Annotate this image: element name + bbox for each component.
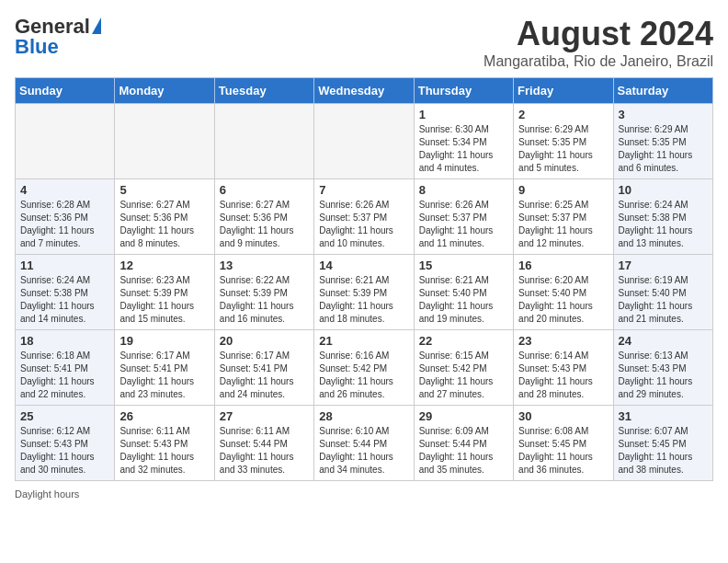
day-number: 29 <box>419 409 508 423</box>
calendar-week-5: 25Sunrise: 6:12 AMSunset: 5:43 PMDayligh… <box>16 406 713 481</box>
calendar-day-cell: 18Sunrise: 6:18 AMSunset: 5:41 PMDayligh… <box>16 330 115 406</box>
calendar-day-cell: 28Sunrise: 6:10 AMSunset: 5:44 PMDayligh… <box>314 406 414 481</box>
day-number: 3 <box>619 108 708 121</box>
calendar-day-cell: 31Sunrise: 6:07 AMSunset: 5:45 PMDayligh… <box>613 406 712 481</box>
day-info: Sunrise: 6:10 AMSunset: 5:44 PMDaylight:… <box>319 425 408 477</box>
day-number: 19 <box>119 334 209 348</box>
day-number: 11 <box>20 259 109 272</box>
logo: General Blue <box>15 15 101 59</box>
day-number: 8 <box>419 183 508 197</box>
page-header: General Blue August 2024 Mangaratiba, Ri… <box>15 15 713 70</box>
weekday-header-sunday: Sunday <box>16 78 115 104</box>
day-info: Sunrise: 6:26 AMSunset: 5:37 PMDaylight:… <box>319 199 408 250</box>
calendar-day-cell: 27Sunrise: 6:11 AMSunset: 5:44 PMDayligh… <box>214 406 313 481</box>
daylight-label: Daylight hours <box>15 488 79 500</box>
day-number: 20 <box>220 334 309 348</box>
footer: Daylight hours <box>15 488 713 500</box>
calendar-day-cell <box>214 104 313 179</box>
day-number: 30 <box>518 409 608 423</box>
calendar-table: SundayMondayTuesdayWednesdayThursdayFrid… <box>15 77 713 481</box>
calendar-day-cell: 3Sunrise: 6:29 AMSunset: 5:35 PMDaylight… <box>613 104 712 179</box>
weekday-header-thursday: Thursday <box>414 78 513 104</box>
day-number: 24 <box>619 334 708 348</box>
day-info: Sunrise: 6:17 AMSunset: 5:41 PMDaylight:… <box>119 350 209 401</box>
day-info: Sunrise: 6:17 AMSunset: 5:41 PMDaylight:… <box>220 350 309 401</box>
calendar-week-4: 18Sunrise: 6:18 AMSunset: 5:41 PMDayligh… <box>16 330 713 406</box>
day-number: 28 <box>319 409 408 423</box>
day-info: Sunrise: 6:21 AMSunset: 5:40 PMDaylight:… <box>419 274 508 326</box>
calendar-day-cell: 10Sunrise: 6:24 AMSunset: 5:38 PMDayligh… <box>613 179 712 255</box>
calendar-day-cell: 29Sunrise: 6:09 AMSunset: 5:44 PMDayligh… <box>414 406 513 481</box>
calendar-day-cell: 1Sunrise: 6:30 AMSunset: 5:34 PMDaylight… <box>414 104 513 179</box>
calendar-day-cell: 6Sunrise: 6:27 AMSunset: 5:36 PMDaylight… <box>214 179 313 255</box>
logo-blue-text: Blue <box>15 35 59 59</box>
calendar-day-cell: 2Sunrise: 6:29 AMSunset: 5:35 PMDaylight… <box>514 104 613 179</box>
day-info: Sunrise: 6:20 AMSunset: 5:40 PMDaylight:… <box>518 274 608 326</box>
calendar-week-2: 4Sunrise: 6:28 AMSunset: 5:36 PMDaylight… <box>16 179 713 255</box>
calendar-day-cell: 5Sunrise: 6:27 AMSunset: 5:36 PMDaylight… <box>115 179 214 255</box>
day-info: Sunrise: 6:28 AMSunset: 5:36 PMDaylight:… <box>20 199 109 250</box>
weekday-header-saturday: Saturday <box>613 78 712 104</box>
calendar-day-cell: 20Sunrise: 6:17 AMSunset: 5:41 PMDayligh… <box>214 330 313 406</box>
day-info: Sunrise: 6:15 AMSunset: 5:42 PMDaylight:… <box>419 350 508 401</box>
day-number: 5 <box>119 183 209 197</box>
calendar-day-cell: 25Sunrise: 6:12 AMSunset: 5:43 PMDayligh… <box>16 406 115 481</box>
calendar-day-cell: 12Sunrise: 6:23 AMSunset: 5:39 PMDayligh… <box>115 255 214 330</box>
month-year-title: August 2024 <box>483 15 713 53</box>
day-number: 31 <box>619 409 708 423</box>
day-number: 21 <box>319 334 408 348</box>
day-number: 1 <box>419 108 508 121</box>
calendar-day-cell <box>115 104 214 179</box>
day-number: 7 <box>319 183 408 197</box>
day-number: 2 <box>518 108 608 121</box>
day-info: Sunrise: 6:07 AMSunset: 5:45 PMDaylight:… <box>619 425 708 477</box>
day-info: Sunrise: 6:16 AMSunset: 5:42 PMDaylight:… <box>319 350 408 401</box>
day-info: Sunrise: 6:23 AMSunset: 5:39 PMDaylight:… <box>119 274 209 326</box>
calendar-day-cell: 14Sunrise: 6:21 AMSunset: 5:39 PMDayligh… <box>314 255 414 330</box>
day-info: Sunrise: 6:21 AMSunset: 5:39 PMDaylight:… <box>319 274 408 326</box>
day-info: Sunrise: 6:24 AMSunset: 5:38 PMDaylight:… <box>619 199 708 250</box>
weekday-header-friday: Friday <box>514 78 613 104</box>
calendar-day-cell: 30Sunrise: 6:08 AMSunset: 5:45 PMDayligh… <box>514 406 613 481</box>
title-block: August 2024 Mangaratiba, Rio de Janeiro,… <box>483 15 713 70</box>
calendar-day-cell: 22Sunrise: 6:15 AMSunset: 5:42 PMDayligh… <box>414 330 513 406</box>
day-info: Sunrise: 6:29 AMSunset: 5:35 PMDaylight:… <box>619 123 708 175</box>
day-info: Sunrise: 6:24 AMSunset: 5:38 PMDaylight:… <box>20 274 109 326</box>
day-number: 27 <box>220 409 309 423</box>
calendar-day-cell: 23Sunrise: 6:14 AMSunset: 5:43 PMDayligh… <box>514 330 613 406</box>
calendar-day-cell: 4Sunrise: 6:28 AMSunset: 5:36 PMDaylight… <box>16 179 115 255</box>
calendar-day-cell: 17Sunrise: 6:19 AMSunset: 5:40 PMDayligh… <box>613 255 712 330</box>
calendar-day-cell: 21Sunrise: 6:16 AMSunset: 5:42 PMDayligh… <box>314 330 414 406</box>
day-number: 13 <box>220 259 309 272</box>
day-number: 10 <box>619 183 708 197</box>
calendar-day-cell: 8Sunrise: 6:26 AMSunset: 5:37 PMDaylight… <box>414 179 513 255</box>
day-info: Sunrise: 6:19 AMSunset: 5:40 PMDaylight:… <box>619 274 708 326</box>
calendar-day-cell <box>314 104 414 179</box>
day-info: Sunrise: 6:30 AMSunset: 5:34 PMDaylight:… <box>419 123 508 175</box>
day-info: Sunrise: 6:14 AMSunset: 5:43 PMDaylight:… <box>518 350 608 401</box>
calendar-day-cell: 13Sunrise: 6:22 AMSunset: 5:39 PMDayligh… <box>214 255 313 330</box>
day-number: 6 <box>220 183 309 197</box>
day-number: 14 <box>319 259 408 272</box>
day-info: Sunrise: 6:18 AMSunset: 5:41 PMDaylight:… <box>20 350 109 401</box>
day-number: 15 <box>419 259 508 272</box>
day-info: Sunrise: 6:27 AMSunset: 5:36 PMDaylight:… <box>119 199 209 250</box>
calendar-day-cell: 7Sunrise: 6:26 AMSunset: 5:37 PMDaylight… <box>314 179 414 255</box>
weekday-header-monday: Monday <box>115 78 214 104</box>
calendar-day-cell: 19Sunrise: 6:17 AMSunset: 5:41 PMDayligh… <box>115 330 214 406</box>
calendar-day-cell: 24Sunrise: 6:13 AMSunset: 5:43 PMDayligh… <box>613 330 712 406</box>
day-number: 9 <box>518 183 608 197</box>
day-info: Sunrise: 6:27 AMSunset: 5:36 PMDaylight:… <box>220 199 309 250</box>
calendar-week-3: 11Sunrise: 6:24 AMSunset: 5:38 PMDayligh… <box>16 255 713 330</box>
day-number: 12 <box>119 259 209 272</box>
day-number: 16 <box>518 259 608 272</box>
day-number: 22 <box>419 334 508 348</box>
weekday-header-tuesday: Tuesday <box>214 78 313 104</box>
day-number: 25 <box>20 409 109 423</box>
day-info: Sunrise: 6:09 AMSunset: 5:44 PMDaylight:… <box>419 425 508 477</box>
location-subtitle: Mangaratiba, Rio de Janeiro, Brazil <box>483 53 713 70</box>
day-info: Sunrise: 6:12 AMSunset: 5:43 PMDaylight:… <box>20 425 109 477</box>
day-info: Sunrise: 6:13 AMSunset: 5:43 PMDaylight:… <box>619 350 708 401</box>
day-number: 4 <box>20 183 109 197</box>
day-info: Sunrise: 6:11 AMSunset: 5:44 PMDaylight:… <box>220 425 309 477</box>
